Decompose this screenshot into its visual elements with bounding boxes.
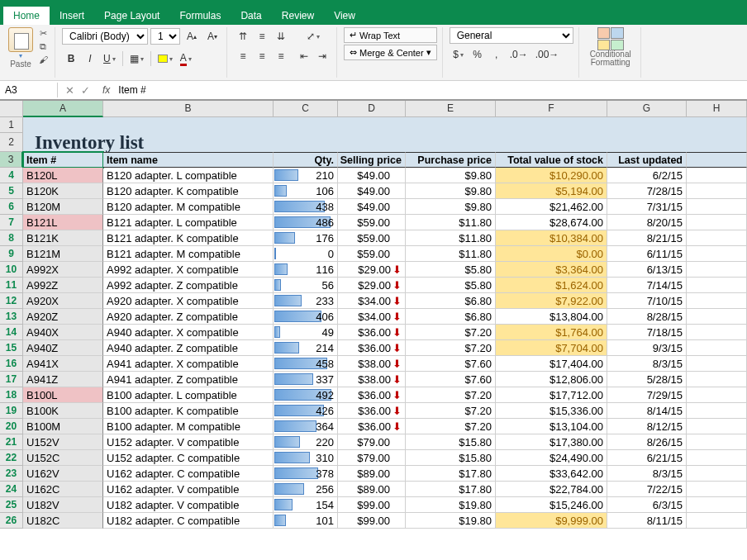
header-total[interactable]: Total value of stock [496,152,607,168]
row-head-16[interactable]: 16 [0,356,23,372]
cell-itemname[interactable]: B121 adapter. K compatible [103,230,274,246]
tab-data[interactable]: Data [231,7,271,25]
cell-purchase[interactable]: $15.80 [406,450,496,466]
cell-qty[interactable]: 486 [274,215,338,230]
font-size-select[interactable]: 11 [150,28,180,45]
cell-total[interactable]: $13,804.00 [496,309,607,325]
cell-empty[interactable] [687,356,747,372]
cell-empty[interactable] [687,403,747,419]
cell-date[interactable]: 8/26/15 [607,434,687,450]
currency-button[interactable]: $▾ [450,45,468,64]
cell-total[interactable]: $17,380.00 [496,434,607,450]
col-head-A[interactable]: A [23,101,103,117]
col-head-D[interactable]: D [338,101,406,117]
select-all-corner[interactable] [0,101,23,117]
increase-font-icon[interactable]: A▴ [183,27,201,45]
cell-purchase[interactable]: $19.80 [406,497,496,513]
italic-button[interactable]: I [81,50,99,68]
merge-center-button[interactable]: ⇔Merge & Center▾ [344,45,437,60]
row-head-13[interactable]: 13 [0,309,23,325]
col-head-H[interactable]: H [687,101,747,117]
row-head-5[interactable]: 5 [0,183,23,199]
cell-date[interactable]: 6/3/15 [607,497,687,513]
cell-selling[interactable]: $38.00⬇ [338,356,406,372]
tab-home[interactable]: Home [3,7,50,25]
cell-selling[interactable]: $29.00⬇ [338,262,406,278]
cell-qty[interactable]: 49 [274,325,338,340]
cell-empty[interactable] [687,262,747,278]
cell-itemname[interactable]: B120 adapter. M compatible [103,199,274,215]
cell-total[interactable]: $17,404.00 [496,356,607,372]
cell-date[interactable]: 9/3/15 [607,340,687,356]
decrease-indent-icon[interactable]: ⇤ [295,47,313,65]
cell-empty[interactable] [687,215,747,230]
cell-purchase[interactable]: $15.80 [406,434,496,450]
cell-empty[interactable] [687,372,747,387]
decrease-font-icon[interactable]: A▾ [203,27,221,45]
cell-total[interactable]: $21,462.00 [496,199,607,215]
cell-empty[interactable] [687,419,747,434]
col-head-G[interactable]: G [607,101,687,117]
tab-page-layout[interactable]: Page Layout [94,7,169,25]
cell-total[interactable]: $13,104.00 [496,419,607,434]
align-center-icon[interactable]: ≡ [253,47,271,65]
cell-qty[interactable]: 438 [274,199,338,215]
cell-qty[interactable]: 214 [274,340,338,356]
cell-total[interactable]: $33,642.00 [496,466,607,482]
cell-purchase[interactable]: $6.80 [406,309,496,325]
col-head-F[interactable]: F [496,101,607,117]
cell-itemname[interactable]: U182 adapter. V compatible [103,497,274,513]
cell-selling[interactable]: $59.00 [338,246,406,262]
cell-date[interactable]: 5/28/15 [607,372,687,387]
cell-total[interactable]: $17,712.00 [496,387,607,403]
cell-qty[interactable]: 458 [274,356,338,372]
cell-total[interactable]: $1,764.00 [496,325,607,340]
number-format-select[interactable]: General [450,27,573,44]
cell-itemnum[interactable]: B120M [23,199,103,215]
cell-purchase[interactable]: $11.80 [406,246,496,262]
row-head-25[interactable]: 25 [0,497,23,513]
cell-selling[interactable]: $59.00 [338,230,406,246]
cell-purchase[interactable]: $11.80 [406,215,496,230]
row-head-20[interactable]: 20 [0,419,23,434]
cell-empty[interactable] [687,183,747,199]
cell-empty[interactable] [687,513,747,529]
row-head-4[interactable]: 4 [0,168,23,183]
orientation-icon[interactable]: ⤢▾ [295,27,331,45]
cell-selling[interactable]: $34.00⬇ [338,293,406,309]
align-left-icon[interactable]: ≡ [234,47,252,65]
cell-empty[interactable] [687,230,747,246]
cell-itemname[interactable]: U162 adapter. C compatible [103,466,274,482]
align-top-icon[interactable]: ⇈ [234,27,252,45]
cell-date[interactable]: 8/12/15 [607,419,687,434]
cell-itemname[interactable]: A940 adapter. Z compatible [103,340,274,356]
cell-total[interactable]: $22,784.00 [496,482,607,497]
cell-itemname[interactable]: B121 adapter. M compatible [103,246,274,262]
cell-selling[interactable]: $49.00 [338,168,406,183]
cell-itemnum[interactable]: B121L [23,215,103,230]
cell-purchase[interactable]: $6.80 [406,293,496,309]
cell-itemnum[interactable]: A940Z [23,340,103,356]
cell-itemnum[interactable]: B121K [23,230,103,246]
cell-purchase[interactable]: $17.80 [406,466,496,482]
cell-purchase[interactable]: $7.60 [406,356,496,372]
cell-qty[interactable]: 106 [274,183,338,199]
cell-qty[interactable]: 233 [274,293,338,309]
wrap-text-button[interactable]: ↵Wrap Text [344,27,437,43]
cell-empty[interactable] [687,293,747,309]
cell-selling[interactable]: $34.00⬇ [338,309,406,325]
row-head-7[interactable]: 7 [0,215,23,230]
underline-button[interactable]: U▾ [100,50,119,68]
cell-empty[interactable] [687,387,747,403]
cell-selling[interactable]: $36.00⬇ [338,340,406,356]
cell-date[interactable]: 8/11/15 [607,513,687,529]
sheet-title[interactable]: Inventory list [23,133,747,152]
header-qty[interactable]: Qty. [274,152,338,168]
header-updated[interactable]: Last updated [607,152,687,168]
tab-formulas[interactable]: Formulas [169,7,231,25]
row-head-11[interactable]: 11 [0,278,23,293]
cell-empty[interactable] [687,466,747,482]
cell-itemnum[interactable]: A920X [23,293,103,309]
cell-selling[interactable]: $89.00 [338,466,406,482]
align-bottom-icon[interactable]: ⇊ [272,27,290,45]
